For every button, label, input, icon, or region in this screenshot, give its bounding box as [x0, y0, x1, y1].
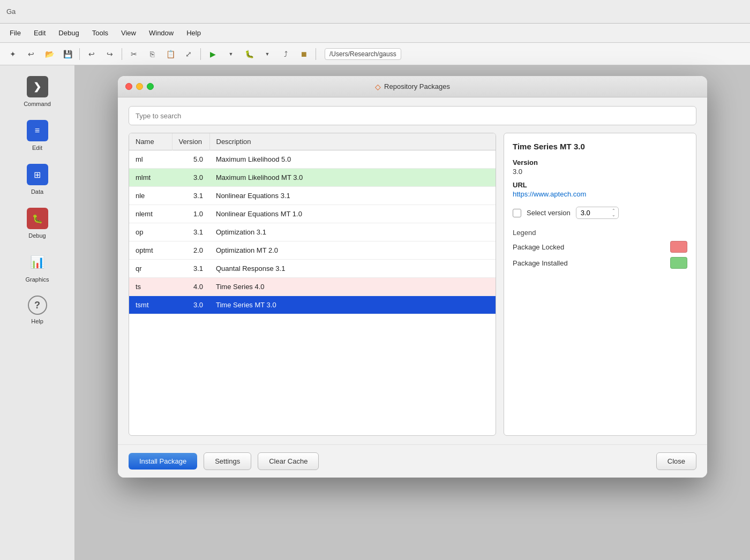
select-version-checkbox[interactable] — [513, 209, 521, 217]
legend-item-locked: Package Locked — [513, 241, 687, 253]
menu-window[interactable]: Window — [144, 27, 179, 39]
path-display: /Users/Research/gauss — [325, 48, 401, 60]
cell-version: 3.1 — [172, 187, 209, 205]
run-button[interactable]: ▶ — [205, 47, 220, 62]
table-row[interactable]: mlmt3.0Maximum Likelihood MT 3.0 — [129, 169, 496, 187]
table-row[interactable]: optmt2.0Optimization MT 2.0 — [129, 241, 496, 260]
bug-dropdown-button[interactable]: ▼ — [260, 47, 275, 62]
sidebar-item-edit[interactable]: ≡ Edit — [8, 115, 67, 156]
table-row[interactable]: ml5.0Maximum Likelihood 5.0 — [129, 150, 496, 169]
cell-description: Nonlinear Equations MT 1.0 — [209, 205, 496, 223]
data-icon: ⊞ — [27, 164, 48, 185]
cell-name: nle — [129, 187, 172, 205]
table-body: ml5.0Maximum Likelihood 5.0mlmt3.0Maximu… — [129, 150, 496, 314]
cell-version: 3.1 — [172, 260, 209, 278]
detail-version-value: 3.0 — [513, 168, 687, 176]
repository-packages-dialog: ◇ Repository Packages Name — [118, 76, 707, 478]
stop-button[interactable]: ⏹ — [296, 47, 311, 62]
package-table: Name Version Description ml5.0Maximum Li… — [129, 133, 496, 314]
share-button[interactable]: ⤴ — [278, 47, 293, 62]
bug-button[interactable]: 🐛 — [242, 47, 257, 62]
legend-title: Legend — [513, 229, 687, 237]
cell-version: 2.0 — [172, 241, 209, 260]
table-row[interactable]: nle3.1Nonlinear Equations 3.1 — [129, 187, 496, 205]
open-folder-button[interactable]: 📂 — [42, 47, 57, 62]
separator-4 — [316, 48, 316, 60]
menu-tools[interactable]: Tools — [87, 27, 114, 39]
redo-button[interactable]: ↪ — [102, 47, 117, 62]
col-header-description: Description — [209, 133, 496, 150]
sidebar-label-debug: Debug — [28, 232, 46, 239]
select-version-label: Select version — [527, 209, 571, 217]
menu-file[interactable]: File — [4, 27, 26, 39]
sidebar-item-help[interactable]: ? Help — [8, 290, 67, 330]
menu-help[interactable]: Help — [181, 27, 206, 39]
sidebar-item-data[interactable]: ⊞ Data — [8, 158, 67, 200]
legend-swatch-installed — [670, 257, 687, 269]
main-layout: ❯ Command ≡ Edit ⊞ Data 🐛 Debug 📊 Graphi… — [0, 65, 750, 560]
help-icon: ? — [28, 296, 47, 315]
select-version-row: Select version 3.0 2.0 1.0 — [513, 207, 687, 219]
open-button[interactable]: ↩ — [24, 47, 39, 62]
cell-version: 4.0 — [172, 278, 209, 296]
dialog-title-text: Repository Packages — [384, 82, 450, 90]
cut-button[interactable]: ✂ — [126, 47, 141, 62]
cell-version: 1.0 — [172, 205, 209, 223]
dialog-backdrop: ◇ Repository Packages Name — [75, 65, 750, 560]
detail-url-value: https://www.aptech.com — [513, 190, 687, 198]
cell-description: Quantal Response 3.1 — [209, 260, 496, 278]
sidebar: ❯ Command ≡ Edit ⊞ Data 🐛 Debug 📊 Graphi… — [0, 65, 75, 560]
table-row[interactable]: ts4.0Time Series 4.0 — [129, 278, 496, 296]
cell-description: Time Series MT 3.0 — [209, 296, 496, 314]
cell-name: ts — [129, 278, 172, 296]
install-package-button[interactable]: Install Package — [129, 453, 197, 470]
cell-name: ml — [129, 150, 172, 169]
close-button[interactable]: Close — [656, 452, 696, 470]
minimize-traffic-light[interactable] — [136, 83, 143, 90]
cell-name: tsmt — [129, 296, 172, 314]
settings-button[interactable]: Settings — [204, 452, 251, 470]
version-select[interactable]: 3.0 2.0 1.0 — [576, 207, 619, 219]
table-row[interactable]: op3.1Optimization 3.1 — [129, 223, 496, 241]
detail-version-label: Version — [513, 158, 687, 167]
cell-description: Maximum Likelihood MT 3.0 — [209, 169, 496, 187]
cell-description: Optimization MT 2.0 — [209, 241, 496, 260]
legend-label-locked: Package Locked — [513, 243, 564, 251]
dialog-title-icon: ◇ — [375, 82, 381, 91]
run-dropdown-button[interactable]: ▼ — [223, 47, 238, 62]
copy-button[interactable]: ⎘ — [145, 47, 160, 62]
search-input[interactable] — [129, 106, 696, 125]
menu-debug[interactable]: Debug — [53, 27, 84, 39]
legend-section: Legend Package Locked Package Installed — [513, 229, 687, 273]
menu-edit[interactable]: Edit — [28, 27, 51, 39]
sidebar-item-graphics[interactable]: 📊 Graphics — [8, 246, 67, 288]
menu-view[interactable]: View — [116, 27, 141, 39]
cell-name: nlemt — [129, 205, 172, 223]
cell-description: Time Series 4.0 — [209, 278, 496, 296]
clear-cache-button[interactable]: Clear Cache — [258, 452, 319, 470]
paste-button[interactable]: 📋 — [163, 47, 178, 62]
sidebar-label-command: Command — [24, 101, 51, 107]
sidebar-label-graphics: Graphics — [25, 276, 49, 283]
debug-icon: 🐛 — [27, 208, 48, 229]
table-row[interactable]: nlemt1.0Nonlinear Equations MT 1.0 — [129, 205, 496, 223]
sidebar-label-data: Data — [31, 188, 43, 195]
detail-url-label: URL — [513, 181, 687, 189]
cell-name: qr — [129, 260, 172, 278]
export-button[interactable]: ⤢ — [181, 47, 196, 62]
table-row[interactable]: qr3.1Quantal Response 3.1 — [129, 260, 496, 278]
dialog-titlebar: ◇ Repository Packages — [118, 76, 707, 97]
table-row[interactable]: tsmt3.0Time Series MT 3.0 — [129, 296, 496, 314]
undo-button[interactable]: ↩ — [84, 47, 99, 62]
sidebar-item-debug[interactable]: 🐛 Debug — [8, 202, 67, 244]
new-file-button[interactable]: ✦ — [5, 47, 20, 62]
close-traffic-light[interactable] — [125, 83, 132, 90]
graphics-icon: 📊 — [27, 252, 48, 273]
maximize-traffic-light[interactable] — [147, 83, 154, 90]
cell-version: 3.0 — [172, 169, 209, 187]
package-table-container: Name Version Description ml5.0Maximum Li… — [129, 133, 496, 436]
save-button[interactable]: 💾 — [60, 47, 75, 62]
sidebar-item-command[interactable]: ❯ Command — [8, 71, 67, 112]
app-title: Ga — [6, 7, 16, 16]
toolbar: ✦ ↩ 📂 💾 ↩ ↪ ✂ ⎘ 📋 ⤢ ▶ ▼ 🐛 ▼ ⤴ ⏹ /Users/R… — [0, 43, 750, 65]
